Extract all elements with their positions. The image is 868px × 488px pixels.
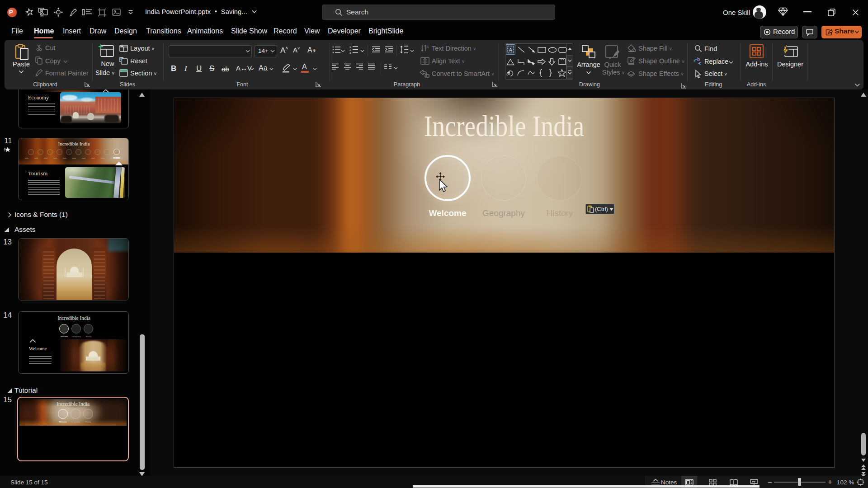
svg-text:3: 3 [349,52,351,54]
svg-text:A: A [509,47,512,52]
svg-text:A: A [426,45,429,49]
svg-text:2: 2 [349,48,351,51]
svg-text:1: 1 [349,46,351,48]
